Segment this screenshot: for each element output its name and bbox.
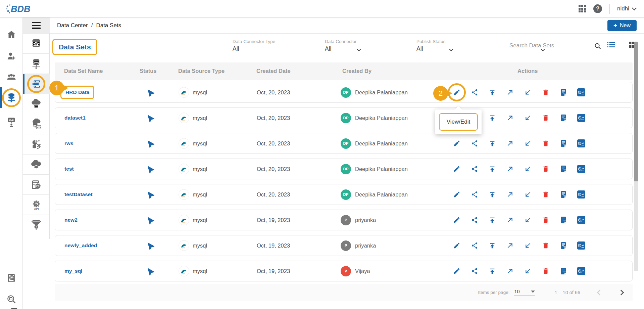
table-row[interactable]: rws MySQL mysql Oct, 20, 2023 DP Deepika… <box>55 133 633 154</box>
sidebar-item-data-sandbox[interactable]: </> <box>23 114 50 134</box>
chevron-left-icon[interactable] <box>597 290 603 295</box>
share-icon[interactable] <box>470 267 479 275</box>
chevron-right-icon[interactable] <box>618 290 624 295</box>
delete-icon[interactable] <box>542 241 550 250</box>
sidebar-item-home[interactable] <box>0 25 23 44</box>
table-row[interactable]: my_sql MySQL mysql Oct, 19, 2023 V Vijay… <box>55 261 633 281</box>
share-icon[interactable] <box>470 241 479 250</box>
delete-icon[interactable] <box>542 267 550 275</box>
data-prep-icon[interactable] <box>559 165 567 173</box>
menu-hamburger[interactable] <box>23 17 50 34</box>
sidebar-item-notifications[interactable]: 12 <box>0 307 23 309</box>
push-icon[interactable] <box>506 216 514 224</box>
sidebar-item-data-preparation[interactable] <box>23 175 50 195</box>
pull-icon[interactable] <box>524 114 532 122</box>
data-prep-icon[interactable] <box>559 267 567 275</box>
edit-icon[interactable] <box>453 267 461 275</box>
breadcrumb-data-center[interactable]: Data Center <box>57 22 88 29</box>
data-prep-icon[interactable] <box>559 190 567 198</box>
sidebar-item-data-migration[interactable] <box>23 134 50 154</box>
publish-icon[interactable] <box>488 216 496 224</box>
edit-icon[interactable] <box>453 190 461 198</box>
push-icon[interactable] <box>506 165 514 173</box>
help-icon[interactable]: ? <box>593 4 602 13</box>
push-icon[interactable] <box>506 241 514 250</box>
publish-icon[interactable] <box>488 88 496 96</box>
table-row[interactable]: new2 MySQL mysql Oct, 19, 2023 P priyank… <box>55 210 633 230</box>
data-prep-icon[interactable] <box>559 241 567 250</box>
delete-icon[interactable] <box>542 88 550 96</box>
table-row[interactable]: dataset1 MySQL mysql Oct, 20, 2023 DP De… <box>55 107 633 128</box>
pull-icon[interactable] <box>524 241 532 250</box>
delete-icon[interactable] <box>542 216 550 224</box>
sidebar-item-api-services[interactable]: API <box>23 195 50 215</box>
data-set-name-link[interactable]: newly_added <box>64 242 97 249</box>
filter-publish-status[interactable]: Publish Status All <box>416 39 445 52</box>
sidebar-item-user-admin[interactable] <box>0 46 23 66</box>
user-menu[interactable]: nidhi <box>617 5 636 12</box>
push-icon[interactable] <box>506 190 514 198</box>
delete-icon[interactable] <box>542 165 550 173</box>
data-set-name-link[interactable]: test <box>64 166 74 172</box>
pull-icon[interactable] <box>524 88 532 96</box>
filter-data-connector[interactable]: Data Connector All <box>325 39 357 52</box>
edit-icon[interactable] <box>453 241 461 250</box>
edit-icon[interactable] <box>453 216 461 224</box>
sidebar-item-data-lake[interactable] <box>23 154 50 175</box>
data-set-name-link[interactable]: rws <box>64 140 73 146</box>
data-set-name-link[interactable]: my_sql <box>64 268 82 274</box>
publish-icon[interactable] <box>488 241 496 250</box>
edit-icon[interactable] <box>453 88 461 96</box>
new-button[interactable]: + New <box>607 20 637 31</box>
data-prep-icon[interactable] <box>559 139 567 147</box>
sidebar-item-data-connectors[interactable] <box>23 54 50 74</box>
pull-icon[interactable] <box>524 190 532 198</box>
sidebar-item-data-center-home[interactable] <box>23 34 50 54</box>
push-icon[interactable] <box>506 139 514 147</box>
publish-icon[interactable] <box>488 114 496 122</box>
share-icon[interactable] <box>470 190 479 198</box>
table-row[interactable]: test MySQL mysql Oct, 20, 2023 DP Deepik… <box>55 159 633 179</box>
sidebar-item-etl[interactable] <box>23 215 50 235</box>
data-set-name-link[interactable]: dataset1 <box>64 115 86 121</box>
sidebar-item-data-stores[interactable] <box>23 94 50 114</box>
sidebar-item-data-center[interactable] <box>0 87 23 109</box>
publish-icon[interactable] <box>488 165 496 173</box>
delete-icon[interactable] <box>542 139 550 147</box>
pull-icon[interactable] <box>524 139 532 147</box>
sidebar-item-data-search[interactable] <box>0 290 23 309</box>
search-icon[interactable] <box>594 42 601 50</box>
delete-icon[interactable] <box>542 114 550 122</box>
scrollbar-thumb[interactable] <box>634 42 638 181</box>
filter-data-connector-type[interactable]: Data Connector Type All <box>233 39 275 52</box>
push-icon[interactable] <box>506 267 514 275</box>
delete-icon[interactable] <box>542 190 550 198</box>
breadcrumb-data-sets[interactable]: Data Sets <box>96 22 121 29</box>
table-row[interactable]: testDataset MySQL mysql Oct, 20, 2023 DP… <box>55 184 633 205</box>
sidebar-item-user-groups[interactable] <box>0 67 23 87</box>
publish-icon[interactable] <box>488 190 496 198</box>
data-store-icon[interactable] <box>577 139 585 147</box>
pull-icon[interactable] <box>524 165 532 173</box>
publish-icon[interactable] <box>488 267 496 275</box>
edit-icon[interactable] <box>453 139 461 147</box>
sidebar-item-data-sets[interactable] <box>23 74 50 94</box>
data-set-name-link[interactable]: testDataset <box>64 191 93 197</box>
data-prep-icon[interactable] <box>559 88 567 96</box>
data-store-icon[interactable] <box>577 241 585 250</box>
data-store-icon[interactable] <box>577 165 585 173</box>
data-store-icon[interactable] <box>577 267 585 275</box>
push-icon[interactable] <box>506 88 514 96</box>
pull-icon[interactable] <box>524 267 532 275</box>
data-store-icon[interactable] <box>577 190 585 198</box>
pull-icon[interactable] <box>524 216 532 224</box>
data-prep-icon[interactable] <box>559 114 567 122</box>
sidebar-item-publish-monitor[interactable] <box>0 112 23 132</box>
search-input[interactable] <box>509 40 587 52</box>
apps-grid-icon[interactable] <box>579 5 586 12</box>
data-set-name-link[interactable]: new2 <box>64 217 78 223</box>
data-store-icon[interactable] <box>577 114 585 122</box>
bdb-logo[interactable]: BDB <box>5 2 42 15</box>
data-store-icon[interactable] <box>577 88 585 96</box>
share-icon[interactable] <box>470 88 479 96</box>
